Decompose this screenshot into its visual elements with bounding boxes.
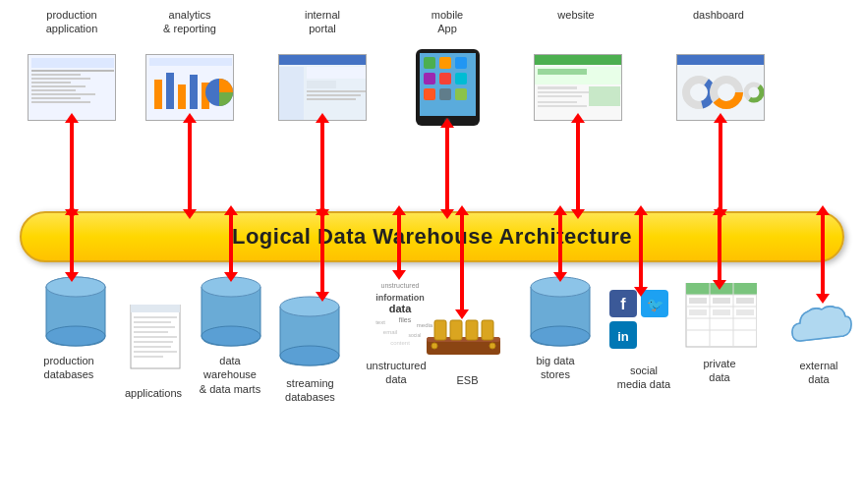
db-stream-svg (275, 295, 344, 368)
svg-rect-26 (307, 98, 356, 100)
svg-rect-87 (434, 320, 446, 340)
svg-rect-8 (31, 93, 95, 95)
svg-rect-111 (713, 298, 730, 304)
svg-text:email: email (383, 329, 397, 335)
db-streaming (275, 295, 344, 372)
label-dashboard: dashboard (679, 8, 758, 22)
screenshot-internal-portal (278, 54, 367, 121)
db-dw-svg (197, 275, 265, 349)
svg-rect-37 (455, 88, 467, 100)
svg-rect-35 (424, 88, 435, 100)
svg-rect-6 (31, 85, 86, 87)
arrow-analytics (188, 122, 192, 210)
svg-rect-24 (307, 90, 366, 92)
svg-rect-110 (689, 298, 707, 304)
label-esb: ESB (440, 373, 494, 387)
svg-rect-21 (279, 67, 304, 121)
central-bar-title: Logical Data Warehouse Architecture (232, 224, 632, 250)
svg-rect-71 (134, 356, 163, 358)
screenshot-dashboard (676, 54, 765, 121)
cloud-svg (786, 297, 857, 351)
svg-point-92 (490, 343, 495, 349)
screenshot-website (534, 54, 622, 121)
svg-text:data: data (389, 303, 413, 314)
svg-rect-16 (190, 75, 198, 109)
svg-rect-64 (134, 321, 171, 323)
label-website: website (542, 8, 610, 22)
svg-rect-29 (424, 57, 435, 69)
svg-rect-1 (31, 58, 114, 68)
arrow-production-app (70, 122, 74, 210)
arrow-dw (229, 214, 233, 273)
svg-rect-46 (589, 86, 620, 106)
svg-rect-34 (455, 73, 467, 84)
svg-point-93 (531, 326, 590, 346)
svg-text:🐦: 🐦 (647, 297, 664, 313)
spreadsheet-private (683, 283, 757, 354)
svg-rect-12 (149, 58, 232, 66)
svg-rect-3 (31, 74, 81, 76)
svg-text:text: text (375, 319, 385, 325)
dashboard-svg (677, 55, 765, 121)
diagram-container: Logical Data Warehouse Architecture prod… (0, 0, 864, 504)
esb-component (427, 312, 500, 370)
svg-rect-4 (31, 78, 90, 80)
label-analytics: analytics& reporting (145, 8, 234, 36)
label-social-media-data: socialmedia data (600, 364, 688, 392)
portal-svg (279, 55, 367, 121)
label-internal-portal: internalportal (283, 8, 362, 36)
cloud-external (786, 297, 857, 355)
tablet-illustration (411, 49, 485, 126)
social-svg: f 🐦 in (609, 290, 688, 354)
svg-rect-88 (450, 320, 462, 340)
db-prod-svg (41, 275, 110, 349)
svg-text:files: files (399, 316, 412, 323)
svg-point-75 (280, 297, 339, 316)
svg-text:unstructured: unstructured (381, 282, 420, 289)
arrow-prod-db (70, 214, 74, 273)
svg-rect-36 (439, 88, 451, 100)
svg-rect-14 (166, 73, 174, 109)
svg-rect-9 (31, 97, 81, 99)
svg-text:social: social (409, 332, 422, 338)
label-production-databases: productiondatabases (25, 354, 113, 382)
arrow-unstructured (397, 214, 401, 271)
db-bigdata (526, 275, 595, 353)
svg-rect-20 (279, 55, 367, 65)
svg-rect-50 (677, 55, 765, 65)
esb-svg (427, 312, 500, 366)
svg-rect-23 (307, 81, 336, 88)
app-doc-svg (126, 305, 185, 378)
svg-rect-113 (689, 309, 707, 315)
svg-rect-15 (178, 84, 186, 109)
svg-rect-43 (538, 86, 577, 89)
svg-rect-30 (439, 57, 451, 69)
svg-rect-45 (538, 95, 582, 97)
spreadsheet-svg (683, 283, 757, 350)
svg-rect-32 (424, 73, 435, 84)
svg-rect-47 (538, 101, 577, 103)
arrow-website (576, 122, 580, 210)
db-production (41, 275, 110, 353)
svg-rect-40 (535, 55, 622, 65)
svg-rect-62 (131, 305, 180, 312)
prod-app-svg (29, 55, 116, 121)
svg-text:information: information (375, 293, 425, 303)
svg-rect-2 (31, 70, 114, 72)
label-production-application: production application (28, 8, 116, 36)
svg-rect-7 (31, 89, 76, 91)
svg-rect-90 (482, 320, 493, 340)
svg-rect-5 (31, 82, 71, 84)
svg-rect-31 (455, 57, 467, 69)
arrow-streaming (320, 214, 324, 293)
app-document (126, 305, 185, 382)
svg-rect-70 (134, 351, 177, 353)
svg-text:in: in (617, 329, 629, 344)
screenshot-analytics (145, 54, 234, 121)
svg-rect-112 (736, 298, 754, 304)
svg-point-72 (202, 326, 260, 346)
arrow-mobile-app (445, 127, 449, 210)
arrow-bigdata (558, 214, 562, 273)
analytics-svg (146, 55, 234, 121)
svg-rect-33 (439, 73, 451, 84)
